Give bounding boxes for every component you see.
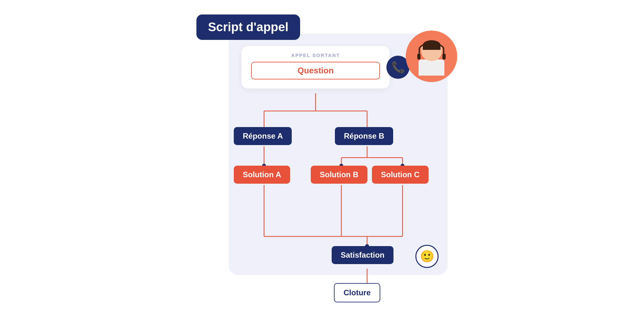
smiley-icon: 🙂 [415, 245, 439, 268]
title-badge: Script d'appel [196, 14, 300, 40]
reponse-b-node: Réponse B [335, 127, 393, 145]
cloture-node: Cloture [334, 283, 380, 302]
appel-label: APPEL SORTANT [251, 52, 380, 58]
person-body [412, 40, 451, 82]
title-text: Script d'appel [208, 20, 289, 34]
solution-a-node: Solution A [234, 166, 290, 184]
person-head [421, 40, 442, 61]
avatar [406, 31, 457, 82]
appel-sortant-box: APPEL SORTANT Question [242, 46, 390, 88]
reponse-a-node: Réponse A [234, 127, 292, 145]
question-box: Question [251, 62, 380, 79]
solution-c-node: Solution C [372, 166, 429, 184]
question-text: Question [298, 66, 334, 75]
solution-b-node: Solution B [311, 166, 367, 184]
phone-icon: 📞 [391, 61, 405, 74]
satisfaction-node: Satisfaction [332, 246, 393, 264]
headset-icon [419, 43, 444, 56]
main-container: Script d'appel 📞 APPEL SORTANT Question [177, 11, 467, 320]
person-shirt [419, 60, 444, 76]
